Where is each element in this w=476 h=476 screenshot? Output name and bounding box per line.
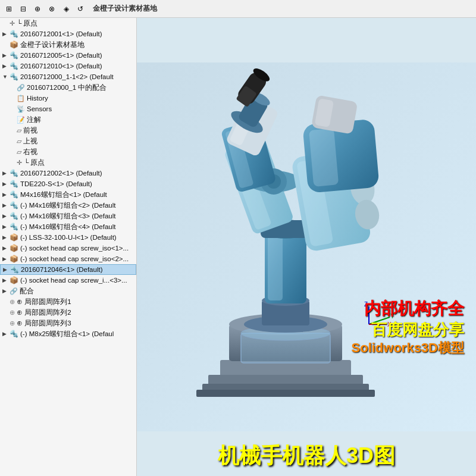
plane-icon: ▱ (17, 127, 21, 134)
sidebar-item-pattern3[interactable]: ⊕⊕ 局部圆周阵列3 (0, 318, 136, 328)
sidebar-item-part4[interactable]: ▼🔩20160712000_1-1<2> (Default (0, 71, 136, 82)
assembly-icon: 🔩 (10, 62, 18, 70)
sidebar-item-label: (-) socket head cap screw_iso<1>... (20, 245, 129, 252)
toolbar-icon-rotate[interactable]: ↺ (74, 2, 87, 15)
sidebar-item-note[interactable]: 📝注解 (0, 114, 136, 125)
part-icon: 📦 (10, 244, 18, 252)
sidebar-item-part8[interactable]: ▶🔩(-) M4x16螺钉组合<2> (Default (0, 200, 136, 211)
assembly-icon: 🔩 (10, 330, 18, 338)
sidebar-item-label: 配合 (20, 287, 34, 296)
sidebar-item-label: 右视 (23, 148, 37, 156)
sensor-icon: 📡 (17, 105, 25, 113)
sidebar-item-sensors[interactable]: 📡Sensors (0, 104, 136, 114)
plane-icon: ▱ (17, 137, 21, 145)
sidebar-item-label: 20160712000_1-1<2> (Default (20, 73, 114, 80)
sidebar-item-label: 上视 (23, 137, 37, 146)
expand-arrow[interactable]: ▶ (2, 63, 8, 69)
sidebar-item-label: └ 原点 (24, 158, 45, 167)
toolbar-title: 金橙子设计素材基地 (93, 4, 157, 14)
sidebar-item-origin2[interactable]: ✛└ 原点 (0, 157, 136, 168)
expand-arrow[interactable]: ▶ (2, 224, 8, 230)
sidebar-item-origin-top[interactable]: ✛└ 原点 (0, 18, 136, 29)
sidebar-item-top[interactable]: ▱上视 (0, 136, 136, 146)
sidebar-item-right[interactable]: ▱右视 (0, 146, 136, 157)
expand-arrow[interactable]: ▶ (2, 288, 8, 294)
main-container: ⊞ ⊟ ⊕ ⊗ ◈ ↺ 金橙子设计素材基地 ✛└ 原点▶🔩20160712001… (0, 0, 476, 476)
assembly-icon: 🔩 (10, 169, 18, 177)
sidebar-item-part14-sel[interactable]: ▶🔩20160712046<1> (Default) (0, 264, 136, 275)
sidebar-item-label: 20160712000_1 中的配合 (27, 83, 107, 92)
expand-arrow[interactable]: ▶ (2, 213, 8, 219)
pattern-icon: ⊕ (10, 320, 15, 327)
sidebar-item-part11[interactable]: ▶📦(-) LSS-32-100-U-l<1> (Default) (0, 232, 136, 243)
expand-arrow[interactable]: ▶ (3, 267, 9, 273)
toolbar: ⊞ ⊟ ⊕ ⊗ ◈ ↺ 金橙子设计素材基地 (0, 0, 476, 18)
expand-arrow[interactable]: ▶ (2, 192, 8, 198)
assembly-icon: 🔩 (10, 223, 18, 231)
sidebar-item-part16[interactable]: ▶🔩(-) M8x25螺钉组合<1> (Defaul (0, 328, 136, 339)
expand-arrow[interactable]: ▶ (2, 170, 8, 176)
expand-arrow[interactable]: ▶ (2, 277, 8, 283)
expand-arrow[interactable]: ▶ (2, 31, 8, 37)
origin-icon: ✛ (10, 20, 15, 27)
sidebar-item-label: 前视 (23, 126, 37, 135)
part-icon: 📦 (10, 40, 18, 49)
sidebar-item-part9[interactable]: ▶🔩(-) M4x16螺钉组合<3> (Default (0, 211, 136, 221)
sidebar-item-part5[interactable]: ▶🔩20160712002<1> (Default) (0, 168, 136, 178)
sidebar-item-part13[interactable]: ▶📦(-) socket head cap screw_iso<2>... (0, 253, 136, 264)
banner-solidworks: Solidworks3D模型 (352, 340, 464, 357)
toolbar-icon-cross[interactable]: ⊗ (45, 2, 58, 15)
expand-arrow[interactable]: ▶ (2, 181, 8, 187)
toolbar-icon-grid[interactable]: ⊞ (2, 2, 15, 15)
part-icon: 📦 (10, 255, 18, 263)
main-area: ✛└ 原点▶🔩20160712001<1> (Default) 📦金橙子设计素材… (0, 18, 476, 476)
sidebar-item-label: TDE220-S<1> (Default) (20, 180, 92, 187)
sidebar-item-pattern1[interactable]: ⊕⊕ 局部圆周阵列1 (0, 296, 136, 307)
sidebar-item-part15[interactable]: ▶📦(-) socket head cap screw_i...<3>... (0, 275, 136, 286)
expand-arrow[interactable]: ▶ (2, 256, 8, 262)
sidebar-item-part3[interactable]: ▶🔩20160712010<1> (Default) (0, 61, 136, 71)
mate-icon: 🔗 (10, 287, 18, 295)
sidebar-item-subitem1[interactable]: 🔗20160712000_1 中的配合 (0, 82, 136, 93)
toolbar-icon-plus[interactable]: ⊕ (31, 2, 44, 15)
sidebar-item-part7[interactable]: ▶🔩M4x16螺钉组合<1> (Default (0, 189, 136, 200)
expand-arrow[interactable]: ▶ (2, 245, 8, 251)
3d-view[interactable]: Y X Z 内部机构齐全 百度网盘分享 Solidworks3D模型 机械手机器… (137, 18, 476, 476)
sidebar-item-history[interactable]: 📋History (0, 93, 136, 104)
expand-arrow[interactable]: ▼ (2, 74, 8, 80)
note-icon: 📝 (17, 116, 25, 124)
mate-icon: 🔗 (17, 84, 25, 92)
sidebar-item-part10[interactable]: ▶🔩(-) M4x16螺钉组合<4> (Default (0, 221, 136, 232)
toolbar-icon-diamond[interactable]: ◈ (60, 2, 73, 15)
pattern-icon: ⊕ (10, 298, 15, 306)
expand-arrow[interactable]: ▶ (2, 52, 8, 58)
sidebar-item-label: 20160712046<1> (Default) (21, 266, 102, 273)
sidebar-item-part12[interactable]: ▶📦(-) socket head cap screw_iso<1>... (0, 243, 136, 253)
toolbar-icon-minus[interactable]: ⊟ (17, 2, 30, 15)
feature-tree[interactable]: ✛└ 原点▶🔩20160712001<1> (Default) 📦金橙子设计素材… (0, 18, 137, 476)
bottom-banner-container: 机械手机器人3D图 (137, 442, 476, 476)
robot-svg: Y X Z (137, 18, 476, 476)
expand-arrow[interactable]: ▶ (2, 234, 8, 240)
sidebar-item-part1[interactable]: ▶🔩20160712001<1> (Default) (0, 29, 136, 39)
sidebar-item-pattern2[interactable]: ⊕⊕ 局部圆周阵列2 (0, 307, 136, 318)
sidebar-item-front[interactable]: ▱前视 (0, 125, 136, 136)
sidebar-item-part2[interactable]: ▶🔩20160712005<1> (Default) (0, 50, 136, 61)
overlay-container: 内部机构齐全 百度网盘分享 Solidworks3D模型 (352, 298, 464, 357)
assembly-icon: 🔩 (10, 73, 18, 81)
expand-arrow[interactable]: ▶ (2, 331, 8, 337)
pattern-icon: ⊕ (10, 309, 15, 317)
sidebar-item-label: ⊕ 局部圆周阵列3 (17, 319, 71, 328)
part-icon: 📦 (10, 233, 18, 242)
banner-baidu: 百度网盘分享 (352, 320, 464, 340)
assembly-icon: 🔩 (10, 265, 19, 274)
sidebar-item-header[interactable]: 📦金橙子设计素材基地 (0, 39, 136, 50)
assembly-icon: 🔩 (10, 212, 18, 220)
sidebar-item-label: Sensors (27, 105, 52, 112)
sidebar-item-mate1[interactable]: ▶🔗配合 (0, 286, 136, 296)
expand-arrow[interactable]: ▶ (2, 202, 8, 208)
plane-icon: ▱ (17, 148, 21, 156)
sidebar-item-part6[interactable]: ▶🔩TDE220-S<1> (Default) (0, 178, 136, 189)
assembly-icon: 🔩 (10, 201, 18, 209)
sidebar-item-label: (-) M8x25螺钉组合<1> (Defaul (20, 330, 114, 339)
